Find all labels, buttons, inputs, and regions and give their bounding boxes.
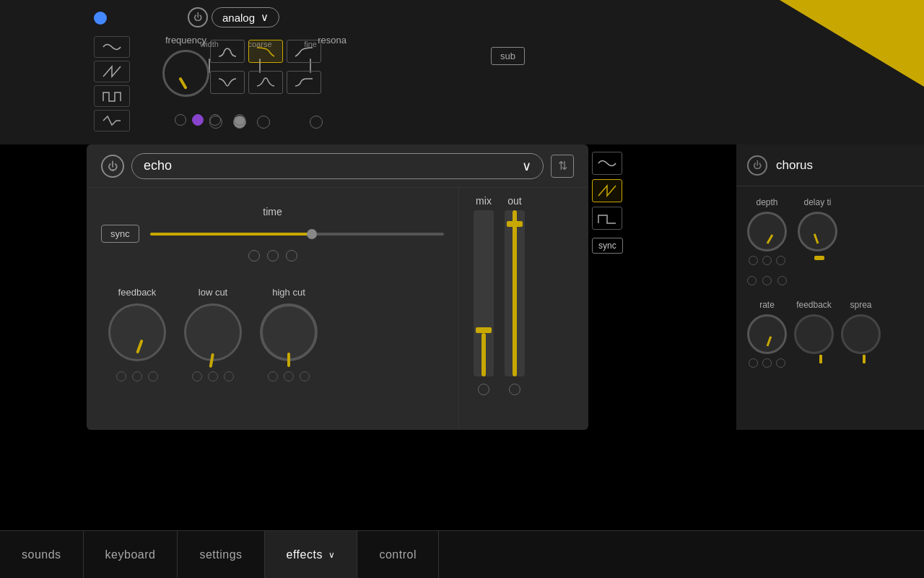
rate-dot-3[interactable] xyxy=(776,358,785,368)
tab-keyboard[interactable]: keyboard xyxy=(84,531,178,578)
sync-button[interactable]: sync xyxy=(101,225,139,243)
waveform-ramp-right-btn[interactable] xyxy=(592,179,622,202)
echo-power-btn[interactable]: ⏻ xyxy=(101,155,124,178)
highcut-dot-3[interactable] xyxy=(300,371,310,381)
time-dot-1[interactable] xyxy=(248,250,260,262)
chorus-power-btn[interactable]: ⏻ xyxy=(747,155,767,176)
waveform-square-btn[interactable] xyxy=(94,85,130,107)
time-dot-2[interactable] xyxy=(267,250,279,262)
spread-knob-group: sprea xyxy=(841,300,881,368)
chorus-radio-2[interactable] xyxy=(762,276,772,285)
lowcut-dot-1[interactable] xyxy=(192,371,202,381)
out-fader-dot[interactable] xyxy=(509,384,520,395)
chorus-radio-1[interactable] xyxy=(747,276,757,285)
time-dot-3[interactable] xyxy=(286,250,297,262)
echo-left-section: time sync xyxy=(87,188,458,430)
time-slider-container xyxy=(150,227,444,241)
filter-highpass-btn[interactable] xyxy=(287,40,321,63)
right-sync-button[interactable]: sync xyxy=(592,238,623,254)
power-icon: ⏻ xyxy=(193,12,202,22)
depth-dot-3[interactable] xyxy=(776,256,785,265)
highcut-dot-1[interactable] xyxy=(268,371,278,381)
tab-sounds[interactable]: sounds xyxy=(0,531,84,578)
lowcut-label: low cut xyxy=(199,287,227,298)
highcut-knob[interactable] xyxy=(260,303,318,361)
analog-dropdown[interactable]: analog ∨ xyxy=(212,7,279,27)
echo-panel: ⏻ echo ∨ ⇅ time sync xyxy=(87,144,588,430)
tab-sounds-label: sounds xyxy=(22,548,61,561)
feedback-dot-1[interactable] xyxy=(116,371,126,381)
mix-fader-fill xyxy=(481,333,486,376)
chorus-feedback-knob[interactable] xyxy=(794,314,834,354)
feedback-knob[interactable] xyxy=(108,303,166,361)
analog-chevron-icon: ∨ xyxy=(261,11,269,24)
waveform-check-btn[interactable] xyxy=(94,110,130,131)
frequency-label: frequency xyxy=(162,35,209,46)
chorus-power-icon: ⏻ xyxy=(753,160,762,171)
circle-3[interactable] xyxy=(257,116,270,129)
tab-effects[interactable]: effects ∨ xyxy=(265,531,358,578)
mix-fader-dot[interactable] xyxy=(478,384,489,395)
resonance-section: resona xyxy=(318,35,346,50)
out-fader-group: out xyxy=(505,195,525,423)
tab-settings[interactable]: settings xyxy=(178,531,264,578)
feedback-dot-3[interactable] xyxy=(148,371,158,381)
rate-dot-2[interactable] xyxy=(762,358,772,368)
time-row: sync xyxy=(101,225,444,243)
radio-4[interactable] xyxy=(234,114,245,126)
lowcut-knob[interactable] xyxy=(184,303,242,361)
echo-preset-selector[interactable]: echo ∨ xyxy=(131,153,544,179)
feedback-dot-2[interactable] xyxy=(132,371,142,381)
rate-knob[interactable] xyxy=(747,314,787,354)
out-fader-track[interactable] xyxy=(505,210,525,376)
feedback-dots xyxy=(116,371,158,381)
rate-dots xyxy=(749,358,785,368)
out-label: out xyxy=(507,195,521,207)
spread-knob[interactable] xyxy=(841,314,881,354)
lowcut-dot-3[interactable] xyxy=(224,371,234,381)
delaytime-knob-indicator xyxy=(813,233,819,243)
waveform-sine-btn[interactable] xyxy=(94,36,130,58)
highcut-label: high cut xyxy=(272,287,305,298)
chorus-feedback-knob-group: feedback xyxy=(794,300,834,368)
echo-updown-btn[interactable]: ⇅ xyxy=(551,155,574,178)
sub-button[interactable]: sub xyxy=(491,47,525,65)
rate-dot-1[interactable] xyxy=(749,358,758,368)
mix-fader-track[interactable] xyxy=(474,210,494,376)
out-fader-thumb[interactable] xyxy=(507,221,523,227)
radio-3[interactable] xyxy=(209,114,221,126)
triangle-svg xyxy=(736,0,924,144)
depth-knob[interactable] xyxy=(747,212,787,251)
radio-1[interactable] xyxy=(175,114,186,126)
depth-label: depth xyxy=(756,197,777,207)
analog-power-btn[interactable]: ⏻ xyxy=(188,7,208,27)
radio-2-purple[interactable] xyxy=(192,114,204,126)
frequency-knob[interactable] xyxy=(162,50,209,97)
waveform-ramp-btn[interactable] xyxy=(94,61,130,82)
filter-peak-btn[interactable] xyxy=(248,71,283,94)
mix-label: mix xyxy=(476,195,492,207)
filter-lowpass-btn[interactable] xyxy=(248,40,283,63)
waveform-sine-right-btn[interactable] xyxy=(592,152,622,175)
tab-settings-label: settings xyxy=(199,548,242,561)
blue-indicator-dot xyxy=(94,12,107,25)
right-waveform-buttons: sync xyxy=(592,152,623,254)
time-slider-fill xyxy=(150,233,312,236)
mix-fader-thumb[interactable] xyxy=(476,327,492,333)
tab-control[interactable]: control xyxy=(357,531,439,578)
depth-dot-1[interactable] xyxy=(749,256,758,265)
depth-knob-group: depth xyxy=(747,197,787,265)
resonance-label: resona xyxy=(318,35,346,46)
time-section: time sync xyxy=(101,199,444,265)
highcut-dot-2[interactable] xyxy=(284,371,294,381)
filter-shelf-btn[interactable] xyxy=(287,71,321,94)
filter-bandpass-btn[interactable] xyxy=(210,40,245,63)
waveform-square-right-btn[interactable] xyxy=(592,207,622,230)
time-slider-thumb[interactable] xyxy=(307,229,317,239)
chorus-radio-3[interactable] xyxy=(777,276,787,285)
depth-dot-2[interactable] xyxy=(762,256,772,265)
filter-notch-btn[interactable] xyxy=(210,71,245,94)
delaytime-knob[interactable] xyxy=(798,212,837,251)
lowcut-dot-2[interactable] xyxy=(208,371,218,381)
circle-4[interactable] xyxy=(310,116,323,129)
